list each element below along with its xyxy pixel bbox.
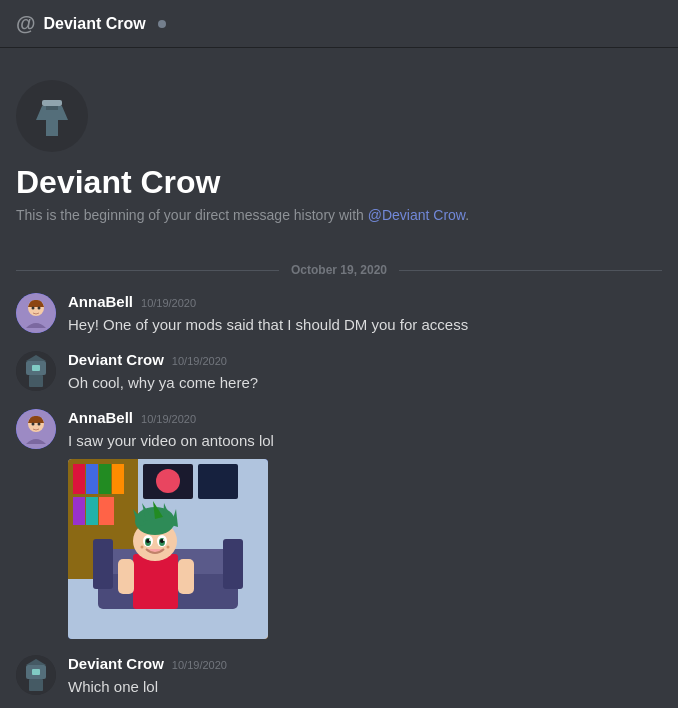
annabell-avatar-icon <box>16 409 56 449</box>
message-timestamp: 10/19/2020 <box>141 297 196 309</box>
svg-rect-10 <box>29 375 43 387</box>
profile-avatar-icon <box>28 92 76 140</box>
message-author: Deviant Crow <box>68 351 164 368</box>
message-text: I saw your video on antoons lol <box>68 430 662 451</box>
date-separator: October 19, 2020 <box>16 263 662 277</box>
svg-rect-20 <box>99 464 111 494</box>
message-timestamp: 10/19/2020 <box>172 355 227 367</box>
avatar <box>16 409 56 449</box>
message-text: Which one lol <box>68 676 662 697</box>
message-header: AnnaBell 10/19/2020 <box>68 409 662 426</box>
main-content: Deviant Crow This is the beginning of yo… <box>0 48 678 708</box>
message-author: AnnaBell <box>68 409 133 426</box>
svg-rect-2 <box>46 106 58 110</box>
svg-rect-27 <box>198 464 238 499</box>
message-content: AnnaBell 10/19/2020 I saw your video on … <box>68 409 662 639</box>
svg-rect-23 <box>86 497 98 525</box>
svg-rect-32 <box>133 554 178 609</box>
svg-point-48 <box>141 546 144 549</box>
svg-point-47 <box>163 539 165 541</box>
message-group: Deviant Crow 10/19/2020 Which one lol <box>16 655 662 697</box>
profile-desc-end: . <box>465 207 469 223</box>
deviantcrow-avatar-icon <box>16 655 56 695</box>
status-dot <box>158 20 166 28</box>
svg-point-26 <box>156 469 180 493</box>
profile-username: Deviant Crow <box>16 164 662 201</box>
message-content: Deviant Crow 10/19/2020 Which one lol <box>68 655 662 697</box>
message-header: Deviant Crow 10/19/2020 <box>68 655 662 672</box>
date-separator-text: October 19, 2020 <box>279 263 399 277</box>
svg-point-46 <box>149 539 151 541</box>
svg-point-49 <box>167 546 170 549</box>
avatar <box>16 655 56 695</box>
message-content: AnnaBell 10/19/2020 Hey! One of your mod… <box>68 293 662 335</box>
svg-rect-50 <box>118 559 134 594</box>
svg-rect-24 <box>99 497 114 525</box>
message-author: Deviant Crow <box>68 655 164 672</box>
message-header: Deviant Crow 10/19/2020 <box>68 351 662 368</box>
svg-rect-0 <box>42 100 62 106</box>
avatar <box>16 351 56 391</box>
title-bar: @ Deviant Crow <box>0 0 678 48</box>
message-text: Hey! One of your mods said that I should… <box>68 314 662 335</box>
message-text: Oh cool, why ya come here? <box>68 372 662 393</box>
annabell-avatar-icon <box>16 293 56 333</box>
dm-at-icon: @ <box>16 12 36 35</box>
message-author: AnnaBell <box>68 293 133 310</box>
svg-point-15 <box>38 423 41 426</box>
svg-rect-30 <box>93 539 113 589</box>
svg-point-14 <box>32 423 35 426</box>
svg-rect-18 <box>73 464 85 494</box>
message-content: Deviant Crow 10/19/2020 Oh cool, why ya … <box>68 351 662 393</box>
message-image-inner <box>68 459 268 639</box>
svg-rect-31 <box>223 539 243 589</box>
svg-rect-19 <box>86 464 98 494</box>
message-image <box>68 459 268 639</box>
profile-description: This is the beginning of your direct mes… <box>16 207 662 223</box>
profile-desc-text: This is the beginning of your direct mes… <box>16 207 368 223</box>
message-timestamp: 10/19/2020 <box>141 413 196 425</box>
svg-rect-55 <box>29 679 43 691</box>
svg-rect-56 <box>32 669 40 675</box>
title-bar-username: Deviant Crow <box>44 15 146 33</box>
svg-rect-22 <box>73 497 85 525</box>
svg-point-5 <box>32 307 35 310</box>
message-group: AnnaBell 10/19/2020 I saw your video on … <box>16 409 662 639</box>
deviantcrow-avatar-icon <box>16 351 56 391</box>
profile-header: Deviant Crow This is the beginning of yo… <box>16 64 662 247</box>
avatar <box>16 293 56 333</box>
message-group: Deviant Crow 10/19/2020 Oh cool, why ya … <box>16 351 662 393</box>
message-header: AnnaBell 10/19/2020 <box>68 293 662 310</box>
message-timestamp: 10/19/2020 <box>172 659 227 671</box>
svg-rect-51 <box>178 559 194 594</box>
svg-rect-21 <box>112 464 124 494</box>
profile-avatar-large <box>16 80 88 152</box>
svg-rect-11 <box>32 365 40 371</box>
svg-marker-1 <box>36 106 68 136</box>
svg-point-6 <box>38 307 41 310</box>
message-group: AnnaBell 10/19/2020 Hey! One of your mod… <box>16 293 662 335</box>
profile-mention: @Deviant Crow <box>368 207 465 223</box>
attachment-image-svg <box>68 459 268 639</box>
